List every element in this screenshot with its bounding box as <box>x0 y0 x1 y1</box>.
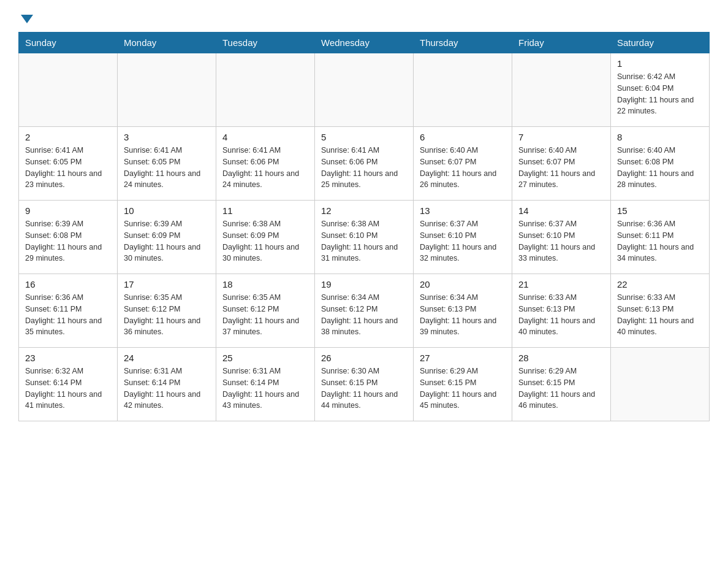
day-info: Sunrise: 6:37 AM Sunset: 6:10 PM Dayligh… <box>518 218 604 264</box>
day-info: Sunrise: 6:31 AM Sunset: 6:14 PM Dayligh… <box>124 366 210 412</box>
day-number: 4 <box>222 132 308 142</box>
calendar-cell: 5Sunrise: 6:41 AM Sunset: 6:06 PM Daylig… <box>315 127 414 201</box>
day-info: Sunrise: 6:35 AM Sunset: 6:12 PM Dayligh… <box>222 292 308 338</box>
calendar-cell: 20Sunrise: 6:34 AM Sunset: 6:13 PM Dayli… <box>414 274 512 348</box>
calendar-cell: 27Sunrise: 6:29 AM Sunset: 6:15 PM Dayli… <box>414 348 512 421</box>
day-number: 28 <box>518 353 604 363</box>
calendar-cell: 11Sunrise: 6:38 AM Sunset: 6:09 PM Dayli… <box>216 201 315 274</box>
day-info: Sunrise: 6:29 AM Sunset: 6:15 PM Dayligh… <box>518 366 604 412</box>
calendar-cell: 16Sunrise: 6:36 AM Sunset: 6:11 PM Dayli… <box>19 274 118 348</box>
day-info: Sunrise: 6:29 AM Sunset: 6:15 PM Dayligh… <box>420 366 506 412</box>
day-number: 10 <box>124 205 210 216</box>
calendar-cell <box>118 53 216 127</box>
day-info: Sunrise: 6:36 AM Sunset: 6:11 PM Dayligh… <box>25 292 111 338</box>
day-number: 14 <box>518 205 604 216</box>
day-info: Sunrise: 6:39 AM Sunset: 6:08 PM Dayligh… <box>25 218 111 264</box>
day-number: 17 <box>124 279 210 289</box>
logo-triangle-icon <box>21 15 33 23</box>
calendar-cell: 21Sunrise: 6:33 AM Sunset: 6:13 PM Dayli… <box>512 274 611 348</box>
day-number: 6 <box>420 132 506 142</box>
calendar-cell: 12Sunrise: 6:38 AM Sunset: 6:10 PM Dayli… <box>315 201 414 274</box>
calendar-cell <box>216 53 315 127</box>
calendar-week-row: 23Sunrise: 6:32 AM Sunset: 6:14 PM Dayli… <box>19 348 710 421</box>
calendar-cell: 28Sunrise: 6:29 AM Sunset: 6:15 PM Dayli… <box>512 348 611 421</box>
day-header-wednesday: Wednesday <box>315 33 414 53</box>
calendar-cell <box>19 53 118 127</box>
calendar-cell: 26Sunrise: 6:30 AM Sunset: 6:15 PM Dayli… <box>315 348 414 421</box>
day-number: 3 <box>124 132 210 142</box>
day-info: Sunrise: 6:41 AM Sunset: 6:05 PM Dayligh… <box>124 145 210 191</box>
calendar-header-row: SundayMondayTuesdayWednesdayThursdayFrid… <box>19 33 710 53</box>
day-number: 13 <box>420 205 506 216</box>
calendar-cell: 3Sunrise: 6:41 AM Sunset: 6:05 PM Daylig… <box>118 127 216 201</box>
calendar-cell: 17Sunrise: 6:35 AM Sunset: 6:12 PM Dayli… <box>118 274 216 348</box>
day-header-sunday: Sunday <box>19 33 118 53</box>
day-number: 1 <box>617 58 703 69</box>
day-info: Sunrise: 6:40 AM Sunset: 6:07 PM Dayligh… <box>420 145 506 191</box>
day-info: Sunrise: 6:36 AM Sunset: 6:11 PM Dayligh… <box>617 218 703 264</box>
day-info: Sunrise: 6:35 AM Sunset: 6:12 PM Dayligh… <box>124 292 210 338</box>
calendar-cell: 9Sunrise: 6:39 AM Sunset: 6:08 PM Daylig… <box>19 201 118 274</box>
day-number: 11 <box>222 205 308 216</box>
logo-general <box>18 12 33 23</box>
day-info: Sunrise: 6:33 AM Sunset: 6:13 PM Dayligh… <box>617 292 703 338</box>
calendar-cell <box>315 53 414 127</box>
calendar-cell: 18Sunrise: 6:35 AM Sunset: 6:12 PM Dayli… <box>216 274 315 348</box>
day-number: 5 <box>321 132 407 142</box>
calendar-week-row: 1Sunrise: 6:42 AM Sunset: 6:04 PM Daylig… <box>19 53 710 127</box>
day-number: 15 <box>617 205 703 216</box>
calendar-cell: 13Sunrise: 6:37 AM Sunset: 6:10 PM Dayli… <box>414 201 512 274</box>
day-header-monday: Monday <box>118 33 216 53</box>
calendar-cell: 6Sunrise: 6:40 AM Sunset: 6:07 PM Daylig… <box>414 127 512 201</box>
calendar-cell: 14Sunrise: 6:37 AM Sunset: 6:10 PM Dayli… <box>512 201 611 274</box>
calendar-cell: 25Sunrise: 6:31 AM Sunset: 6:14 PM Dayli… <box>216 348 315 421</box>
day-info: Sunrise: 6:42 AM Sunset: 6:04 PM Dayligh… <box>617 71 703 117</box>
day-info: Sunrise: 6:38 AM Sunset: 6:10 PM Dayligh… <box>321 218 407 264</box>
day-info: Sunrise: 6:30 AM Sunset: 6:15 PM Dayligh… <box>321 366 407 412</box>
day-number: 9 <box>25 205 111 216</box>
day-number: 20 <box>420 279 506 289</box>
day-number: 23 <box>25 353 111 363</box>
day-number: 27 <box>420 353 506 363</box>
day-number: 19 <box>321 279 407 289</box>
calendar-week-row: 16Sunrise: 6:36 AM Sunset: 6:11 PM Dayli… <box>19 274 710 348</box>
calendar-cell: 1Sunrise: 6:42 AM Sunset: 6:04 PM Daylig… <box>611 53 710 127</box>
day-info: Sunrise: 6:37 AM Sunset: 6:10 PM Dayligh… <box>420 218 506 264</box>
day-info: Sunrise: 6:41 AM Sunset: 6:05 PM Dayligh… <box>25 145 111 191</box>
day-number: 21 <box>518 279 604 289</box>
day-number: 18 <box>222 279 308 289</box>
calendar-cell: 22Sunrise: 6:33 AM Sunset: 6:13 PM Dayli… <box>611 274 710 348</box>
day-info: Sunrise: 6:40 AM Sunset: 6:07 PM Dayligh… <box>518 145 604 191</box>
day-info: Sunrise: 6:34 AM Sunset: 6:12 PM Dayligh… <box>321 292 407 338</box>
calendar-table: SundayMondayTuesdayWednesdayThursdayFrid… <box>18 32 710 421</box>
calendar-cell <box>611 348 710 421</box>
day-number: 26 <box>321 353 407 363</box>
day-number: 22 <box>617 279 703 289</box>
day-info: Sunrise: 6:33 AM Sunset: 6:13 PM Dayligh… <box>518 292 604 338</box>
calendar-cell: 24Sunrise: 6:31 AM Sunset: 6:14 PM Dayli… <box>118 348 216 421</box>
day-number: 7 <box>518 132 604 142</box>
day-header-friday: Friday <box>512 33 611 53</box>
day-info: Sunrise: 6:32 AM Sunset: 6:14 PM Dayligh… <box>25 366 111 412</box>
day-info: Sunrise: 6:41 AM Sunset: 6:06 PM Dayligh… <box>222 145 308 191</box>
day-header-thursday: Thursday <box>414 33 512 53</box>
day-number: 24 <box>124 353 210 363</box>
calendar-cell: 4Sunrise: 6:41 AM Sunset: 6:06 PM Daylig… <box>216 127 315 201</box>
calendar-cell <box>414 53 512 127</box>
day-header-tuesday: Tuesday <box>216 33 315 53</box>
day-number: 25 <box>222 353 308 363</box>
day-header-saturday: Saturday <box>611 33 710 53</box>
page-header <box>18 12 710 22</box>
day-number: 16 <box>25 279 111 289</box>
calendar-cell: 2Sunrise: 6:41 AM Sunset: 6:05 PM Daylig… <box>19 127 118 201</box>
calendar-cell: 8Sunrise: 6:40 AM Sunset: 6:08 PM Daylig… <box>611 127 710 201</box>
calendar-cell: 15Sunrise: 6:36 AM Sunset: 6:11 PM Dayli… <box>611 201 710 274</box>
calendar-week-row: 9Sunrise: 6:39 AM Sunset: 6:08 PM Daylig… <box>19 201 710 274</box>
calendar-cell <box>512 53 611 127</box>
day-number: 8 <box>617 132 703 142</box>
calendar-cell: 23Sunrise: 6:32 AM Sunset: 6:14 PM Dayli… <box>19 348 118 421</box>
calendar-week-row: 2Sunrise: 6:41 AM Sunset: 6:05 PM Daylig… <box>19 127 710 201</box>
day-number: 2 <box>25 132 111 142</box>
logo <box>18 12 33 22</box>
day-info: Sunrise: 6:34 AM Sunset: 6:13 PM Dayligh… <box>420 292 506 338</box>
